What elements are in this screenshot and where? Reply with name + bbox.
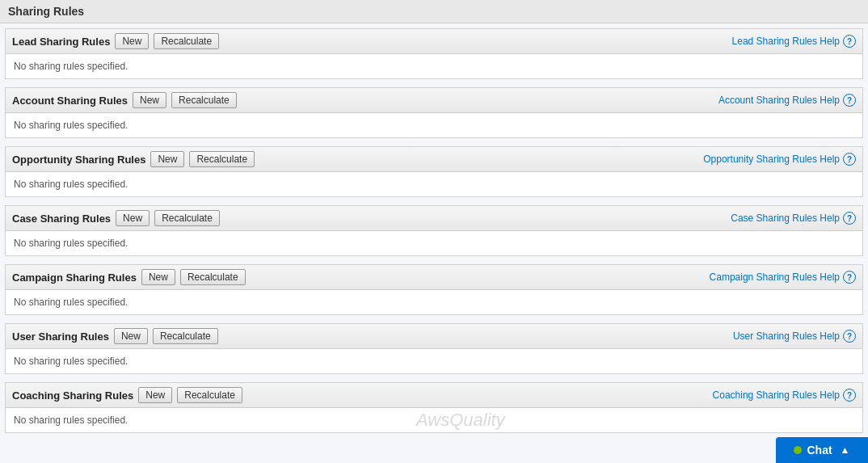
section-header-left-opportunity: Opportunity Sharing RulesNewRecalculate	[12, 151, 255, 167]
section-title-case: Case Sharing Rules	[12, 213, 111, 225]
help-link-opportunity[interactable]: Opportunity Sharing Rules Help	[703, 154, 840, 165]
help-link-lead[interactable]: Lead Sharing Rules Help	[732, 36, 840, 47]
section-body-campaign: No sharing rules specified.	[6, 290, 862, 314]
recalculate-button-user[interactable]: Recalculate	[153, 328, 218, 344]
section-header-left-user: User Sharing RulesNewRecalculate	[12, 328, 218, 344]
section-header-lead: Lead Sharing RulesNewRecalculateLead Sha…	[6, 29, 862, 54]
recalculate-button-case[interactable]: Recalculate	[154, 210, 220, 226]
section-body-opportunity: No sharing rules specified.	[6, 172, 862, 196]
section-body-user: No sharing rules specified.	[6, 349, 862, 373]
new-button-account[interactable]: New	[133, 92, 166, 108]
section-title-campaign: Campaign Sharing Rules	[12, 271, 137, 284]
section-title-opportunity: Opportunity Sharing Rules	[12, 154, 145, 166]
help-icon-case[interactable]: ?	[843, 212, 856, 225]
section-coaching: Coaching Sharing RulesNewRecalculateCoac…	[5, 382, 863, 433]
section-header-campaign: Campaign Sharing RulesNewRecalculateCamp…	[6, 265, 862, 290]
chat-expand-icon: ▲	[841, 444, 850, 446]
help-icon-opportunity[interactable]: ?	[843, 153, 856, 166]
section-title-lead: Lead Sharing Rules	[12, 36, 110, 48]
section-title-coaching: Coaching Sharing Rules	[12, 389, 133, 402]
section-header-left-account: Account Sharing RulesNewRecalculate	[12, 92, 237, 108]
section-account: Account Sharing RulesNewRecalculateAccou…	[5, 87, 863, 138]
section-header-left-lead: Lead Sharing RulesNewRecalculate	[12, 33, 219, 49]
section-user: User Sharing RulesNewRecalculateUser Sha…	[5, 323, 863, 374]
section-case: Case Sharing RulesNewRecalculateCase Sha…	[5, 205, 863, 256]
help-link-user[interactable]: User Sharing Rules Help	[733, 330, 840, 342]
section-header-case: Case Sharing RulesNewRecalculateCase Sha…	[6, 206, 862, 231]
section-body-account: No sharing rules specified.	[6, 113, 862, 137]
help-icon-lead[interactable]: ?	[843, 35, 856, 48]
section-header-left-coaching: Coaching Sharing RulesNewRecalculate	[12, 387, 242, 403]
section-header-user: User Sharing RulesNewRecalculateUser Sha…	[6, 324, 862, 349]
new-button-user[interactable]: New	[114, 328, 148, 344]
recalculate-button-campaign[interactable]: Recalculate	[180, 269, 246, 285]
help-icon-account[interactable]: ?	[843, 94, 856, 107]
section-body-coaching: No sharing rules specified.	[6, 408, 862, 432]
section-header-left-campaign: Campaign Sharing RulesNewRecalculate	[12, 269, 246, 285]
help-icon-coaching[interactable]: ?	[843, 389, 856, 402]
section-header-right-user: User Sharing Rules Help?	[733, 330, 856, 343]
section-header-right-campaign: Campaign Sharing Rules Help?	[710, 271, 856, 284]
chat-button[interactable]: Chat ▲	[776, 437, 868, 446]
help-link-campaign[interactable]: Campaign Sharing Rules Help	[710, 271, 840, 283]
section-title-account: Account Sharing Rules	[12, 95, 128, 107]
new-button-campaign[interactable]: New	[141, 269, 175, 285]
section-header-right-lead: Lead Sharing Rules Help?	[732, 35, 856, 48]
section-title-user: User Sharing Rules	[12, 330, 109, 343]
recalculate-button-account[interactable]: Recalculate	[171, 92, 237, 108]
section-body-lead: No sharing rules specified.	[6, 54, 862, 78]
help-icon-campaign[interactable]: ?	[843, 271, 856, 284]
section-header-right-case: Case Sharing Rules Help?	[731, 212, 856, 225]
page-title: Sharing Rules	[0, 0, 868, 23]
section-opportunity: Opportunity Sharing RulesNewRecalculateO…	[5, 146, 863, 197]
section-header-opportunity: Opportunity Sharing RulesNewRecalculateO…	[6, 147, 862, 172]
help-icon-user[interactable]: ?	[843, 330, 856, 343]
section-header-right-account: Account Sharing Rules Help?	[718, 94, 856, 107]
help-link-case[interactable]: Case Sharing Rules Help	[731, 213, 840, 224]
section-header-right-opportunity: Opportunity Sharing Rules Help?	[703, 153, 856, 166]
section-lead: Lead Sharing RulesNewRecalculateLead Sha…	[5, 28, 863, 79]
new-button-coaching[interactable]: New	[138, 387, 172, 403]
new-button-lead[interactable]: New	[115, 33, 149, 49]
section-header-coaching: Coaching Sharing RulesNewRecalculateCoac…	[6, 383, 862, 408]
section-header-right-coaching: Coaching Sharing Rules Help?	[713, 389, 856, 402]
recalculate-button-opportunity[interactable]: Recalculate	[189, 151, 255, 167]
help-link-account[interactable]: Account Sharing Rules Help	[718, 95, 840, 106]
new-button-case[interactable]: New	[116, 210, 150, 226]
section-body-case: No sharing rules specified.	[6, 231, 862, 255]
new-button-opportunity[interactable]: New	[150, 151, 184, 167]
section-campaign: Campaign Sharing RulesNewRecalculateCamp…	[5, 264, 863, 315]
chat-label: Chat	[807, 444, 832, 446]
recalculate-button-lead[interactable]: Recalculate	[154, 33, 219, 49]
help-link-coaching[interactable]: Coaching Sharing Rules Help	[713, 389, 840, 401]
section-header-left-case: Case Sharing RulesNewRecalculate	[12, 210, 220, 226]
recalculate-button-coaching[interactable]: Recalculate	[177, 387, 242, 403]
section-header-account: Account Sharing RulesNewRecalculateAccou…	[6, 88, 862, 113]
page-content: Lead Sharing RulesNewRecalculateLead Sha…	[0, 23, 868, 446]
